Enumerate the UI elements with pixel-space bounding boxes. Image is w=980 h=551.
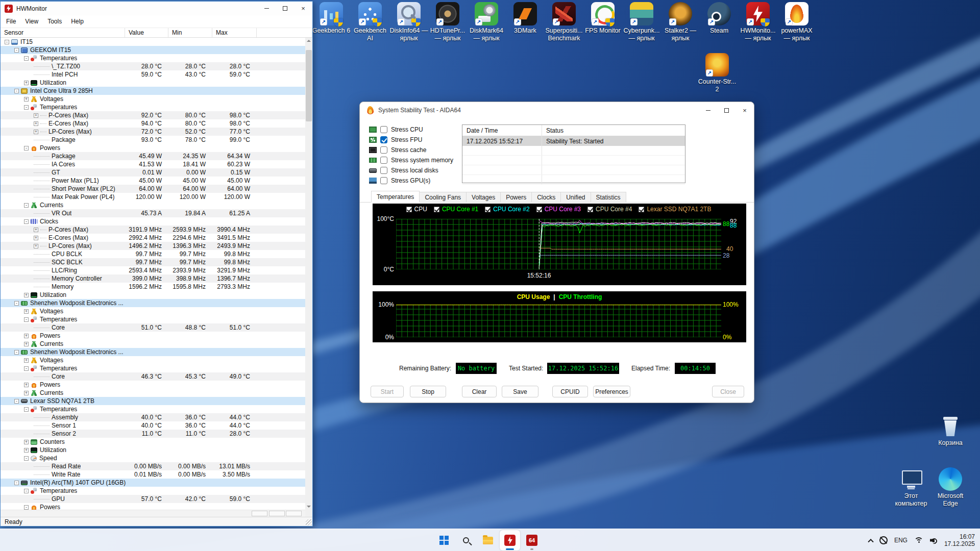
scroll-down-icon[interactable] [307, 506, 311, 508]
scrollbar-thumb[interactable] [306, 50, 312, 121]
checkbox-mem[interactable] [380, 157, 387, 164]
sensor-row[interactable]: Read Rate0.00 MB/s0.00 MB/s13.01 MB/s [1, 462, 306, 470]
desktop-icon-diskinfo[interactable]: ↗DiskInfo64 —ярлык [389, 2, 428, 42]
sensor-row[interactable]: CPU BCLK99.7 MHz99.7 MHz99.8 MHz [1, 250, 306, 258]
legend-checkbox[interactable] [406, 207, 412, 212]
stress-option-disk[interactable]: Stress local disks [369, 165, 438, 176]
collapse-toggle-icon[interactable]: - [14, 399, 19, 404]
collapse-toggle-icon[interactable]: - [14, 350, 19, 355]
sensor-row[interactable]: -Temperatures [1, 405, 306, 413]
sensor-device-row[interactable]: -Intel Core Ultra 9 285H [1, 87, 306, 95]
checkbox-fpu[interactable] [380, 136, 387, 143]
minimize-button[interactable] [257, 2, 276, 15]
sensor-row[interactable]: -Powers [1, 144, 306, 152]
desktop-icon-superpos[interactable]: ↗Superpositi...Benchmark [545, 2, 583, 42]
desktop-icon-cyberpunk[interactable]: ↗Cyberpunk...— ярлык [622, 2, 661, 42]
sensor-row[interactable]: +Currents [1, 389, 306, 397]
sensor-row[interactable]: +Utilization [1, 79, 306, 87]
stress-option-cpu[interactable]: Stress CPU [369, 124, 423, 135]
sensor-device-row[interactable]: -Shenzhen Wodposit Electronics ... [1, 348, 306, 356]
legend-checkbox[interactable] [639, 207, 644, 212]
tray-status-icon[interactable] [879, 536, 888, 544]
expand-toggle-icon[interactable]: + [34, 236, 38, 240]
sensor-row[interactable]: +Powers [1, 332, 306, 340]
tab-statistics[interactable]: Statistics [591, 192, 626, 203]
collapse-toggle-icon[interactable]: - [24, 489, 29, 493]
desktop-icon-gb6[interactable]: ↗Geekbench 6 [312, 2, 351, 35]
desktop-icon-thispc[interactable]: Этоткомпьютер [892, 467, 930, 508]
collapse-toggle-icon[interactable]: - [24, 456, 29, 461]
sensor-row[interactable]: -IT15 [1, 38, 306, 46]
checkbox-cache[interactable] [380, 146, 387, 154]
expand-toggle-icon[interactable]: + [24, 309, 29, 314]
sensor-row[interactable]: +LP-Cores (Max)1496.2 MHz1396.3 MHz2493.… [1, 242, 306, 250]
sensor-row[interactable]: Memory1596.2 MHz1595.8 MHz2793.3 MHz [1, 283, 306, 291]
sensor-row[interactable]: +Voltages [1, 356, 306, 364]
desktop-icon-diskmark[interactable]: ↗DiskMark64— ярлык [467, 2, 506, 42]
sensor-row[interactable]: +Powers [1, 381, 306, 389]
sensor-row[interactable]: -Temperatures [1, 54, 306, 62]
maximize-button[interactable] [276, 2, 294, 15]
legend-checkbox[interactable] [434, 207, 439, 212]
tray-chevron-up-icon[interactable] [868, 539, 873, 544]
desktop-icon-recycle[interactable]: Корзина [931, 414, 970, 447]
sensor-row[interactable]: +LP-Cores (Max)72.0 °C52.0 °C77.0 °C [1, 128, 306, 136]
collapse-toggle-icon[interactable]: - [24, 105, 29, 110]
maximize-button[interactable] [717, 102, 736, 118]
sensor-row[interactable]: -Speed [1, 454, 306, 462]
collapse-toggle-icon[interactable]: - [14, 48, 19, 53]
expand-toggle-icon[interactable]: + [24, 81, 29, 85]
sensor-row[interactable]: Package45.49 W24.35 W64.34 W [1, 152, 306, 160]
close-button[interactable]: × [736, 102, 754, 118]
sensor-row[interactable]: -Temperatures [1, 487, 306, 495]
sensor-row[interactable]: VR Out45.73 A19.84 A61.25 A [1, 209, 306, 217]
menu-tools[interactable]: Tools [43, 16, 66, 27]
sensor-row[interactable]: +E-Cores (Max)94.0 °C80.0 °C98.0 °C [1, 119, 306, 128]
sensor-row[interactable]: Package93.0 °C78.0 °C99.0 °C [1, 136, 306, 144]
sensor-row[interactable]: -Temperatures [1, 364, 306, 372]
checkbox-gpu[interactable] [380, 177, 387, 184]
expand-toggle-icon[interactable]: + [34, 244, 38, 248]
taskbar-search-icon[interactable] [456, 530, 476, 550]
stress-option-mem[interactable]: Stress system memory [369, 155, 453, 165]
collapse-toggle-icon[interactable]: - [24, 219, 29, 224]
preferences-button[interactable]: Preferences [593, 386, 630, 397]
sensor-row[interactable]: Sensor 140.0 °C36.0 °C44.0 °C [1, 421, 306, 430]
collapse-toggle-icon[interactable]: - [24, 203, 29, 208]
aida64-titlebar[interactable]: System Stability Test - AIDA64 × [360, 102, 754, 118]
vertical-scrollbar[interactable] [305, 38, 312, 510]
desktop-icon-powermax[interactable]: ↗powerMAX— ярлык [777, 2, 816, 42]
taskbar-clock[interactable]: 16:07 17.12.2025 [944, 533, 975, 547]
collapse-toggle-icon[interactable]: - [24, 56, 29, 61]
sensor-row[interactable]: +E-Cores (Max)2992.4 MHz2294.6 MHz3491.5… [1, 234, 306, 242]
stress-option-fpu[interactable]: Stress FPU [369, 135, 422, 145]
sensor-row[interactable]: Max Peak Power (PL4)120.00 W120.00 W120.… [1, 193, 306, 201]
language-indicator[interactable]: ENG [894, 537, 908, 544]
sensor-row[interactable]: +P-Cores (Max)92.0 °C80.0 °C98.0 °C [1, 111, 306, 119]
sensor-device-row[interactable]: -Intel(R) Arc(TM) 140T GPU (16GB) [1, 479, 306, 487]
close-button[interactable]: Close [712, 386, 744, 397]
expand-toggle-icon[interactable]: + [24, 358, 29, 363]
log-entry-row[interactable]: 17.12.2025 15:52:17Stability Test: Start… [462, 136, 685, 146]
horizontal-scrollbar[interactable] [1, 510, 305, 517]
legend-checkbox[interactable] [485, 207, 491, 212]
expand-toggle-icon[interactable]: + [34, 130, 38, 134]
expand-toggle-icon[interactable]: + [24, 383, 29, 387]
volume-icon[interactable] [930, 537, 938, 544]
column-header-min[interactable]: Min [168, 28, 212, 37]
desktop-icon-gbai[interactable]: ↗GeekbenchAI [351, 2, 389, 42]
collapse-toggle-icon[interactable]: - [24, 407, 29, 412]
expand-toggle-icon[interactable]: + [34, 228, 38, 232]
collapse-toggle-icon[interactable]: - [5, 40, 9, 44]
sensor-row[interactable]: Short Power Max (PL2)64.00 W64.00 W64.00… [1, 185, 306, 193]
expand-toggle-icon[interactable]: + [24, 391, 29, 395]
sensor-row[interactable]: Memory Controller399.0 MHz398.9 MHz1396.… [1, 274, 306, 283]
sensor-row[interactable]: GT0.01 W0.00 W0.15 W [1, 168, 306, 177]
checkbox-cpu[interactable] [380, 126, 387, 133]
collapse-toggle-icon[interactable]: - [14, 481, 19, 485]
sensor-row[interactable]: +Utilization [1, 291, 306, 299]
sensor-row[interactable]: -Temperatures [1, 315, 306, 323]
taskbar-hwmonitor-icon[interactable] [500, 530, 520, 550]
sensor-row[interactable]: Write Rate0.01 MB/s0.00 MB/s3.50 MB/s [1, 470, 306, 479]
expand-toggle-icon[interactable]: + [24, 440, 29, 444]
